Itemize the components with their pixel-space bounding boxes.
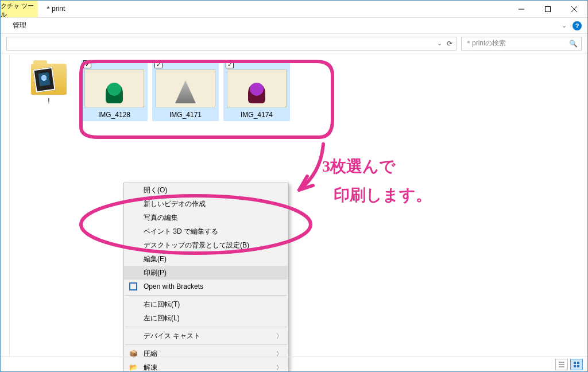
ctx-desktop-background[interactable]: デスクトップの背景として設定(B) bbox=[124, 238, 288, 252]
thumbnail-icon bbox=[156, 69, 215, 107]
chevron-right-icon: 〉 bbox=[276, 332, 283, 340]
ctx-edit-photo[interactable]: 写真の編集 bbox=[124, 211, 288, 224]
ctx-paint3d[interactable]: ペイント 3D で編集する bbox=[124, 224, 288, 238]
image-item-3[interactable]: ✓ IMG_4174 bbox=[223, 60, 290, 121]
manage-tab[interactable]: 管理 bbox=[1, 21, 38, 30]
ctx-label: デスクトップの背景として設定(B) bbox=[144, 241, 249, 250]
details-view-icon bbox=[558, 361, 565, 368]
ctx-label: デバイス キャスト bbox=[144, 331, 200, 341]
svg-rect-5 bbox=[574, 365, 576, 367]
svg-rect-3 bbox=[574, 362, 576, 364]
picture-tools-label: クチャ ツール bbox=[1, 2, 38, 19]
ctx-cast[interactable]: デバイス キャスト〉 bbox=[124, 329, 288, 343]
window-title: ＊print bbox=[38, 1, 508, 17]
address-bar[interactable]: ⌄ ⟳ bbox=[6, 37, 457, 51]
file-label: IMG_4128 bbox=[84, 111, 144, 119]
close-button[interactable] bbox=[561, 1, 587, 17]
thumbnail-icon bbox=[84, 69, 144, 107]
thumbnails-view-icon bbox=[573, 361, 580, 368]
picture-tools-tab[interactable]: クチャ ツール bbox=[1, 1, 38, 17]
svg-rect-6 bbox=[577, 365, 579, 367]
view-thumbnails-button[interactable] bbox=[570, 359, 583, 370]
search-input[interactable]: ＊printの検索 🔍 bbox=[461, 37, 582, 51]
ctx-print[interactable]: 印刷(P) bbox=[124, 266, 288, 280]
ctx-rotate-left[interactable]: 左に回転(L) bbox=[124, 311, 288, 325]
item-row: ! ✓ IMG_4128 ✓ IMG_4171 bbox=[21, 60, 576, 121]
status-bar bbox=[1, 356, 587, 371]
ribbon-row: 管理 ⌄ ? bbox=[1, 18, 587, 34]
ctx-open[interactable]: 開く(O) bbox=[124, 183, 288, 197]
ctx-rotate-right[interactable]: 右に回転(T) bbox=[124, 297, 288, 311]
close-icon bbox=[571, 6, 577, 12]
folder-item[interactable]: ! bbox=[21, 60, 76, 105]
ctx-label: 左に回転(L) bbox=[144, 313, 180, 323]
context-menu: 開く(O) 新しいビデオの作成 写真の編集 ペイント 3D で編集する デスクト… bbox=[123, 183, 289, 372]
view-details-button[interactable] bbox=[555, 359, 568, 370]
ctx-new-video[interactable]: 新しいビデオの作成 bbox=[124, 197, 288, 211]
checkbox-icon[interactable]: ✓ bbox=[83, 60, 91, 68]
ctx-open-with-brackets[interactable]: Open with Brackets bbox=[124, 280, 288, 293]
search-icon: 🔍 bbox=[569, 40, 578, 48]
address-dropdown-icon[interactable]: ⌄ bbox=[437, 40, 442, 47]
svg-rect-1 bbox=[130, 283, 137, 290]
ctx-separator bbox=[125, 327, 287, 327]
file-canvas[interactable]: ! ✓ IMG_4128 ✓ IMG_4171 bbox=[10, 55, 587, 356]
ctx-edit[interactable]: 編集(E) bbox=[124, 252, 288, 266]
maximize-icon bbox=[545, 6, 551, 12]
minimize-icon bbox=[519, 6, 524, 12]
address-row: ⌄ ⟳ ＊printの検索 🔍 bbox=[1, 34, 587, 53]
ribbon-collapse-icon[interactable]: ⌄ bbox=[562, 22, 567, 29]
search-placeholder: ＊printの検索 bbox=[465, 38, 569, 48]
explorer-window: クチャ ツール ＊print 管理 ⌄ ? ⌄ ⟳ ＊p bbox=[0, 0, 588, 372]
titlebar: クチャ ツール ＊print bbox=[1, 1, 587, 18]
file-label: IMG_4174 bbox=[227, 111, 287, 119]
window-buttons bbox=[508, 1, 587, 17]
ctx-label: Open with Brackets bbox=[144, 282, 203, 290]
file-label: IMG_4171 bbox=[156, 111, 215, 119]
ctx-label: 右に回転(T) bbox=[144, 300, 180, 309]
maximize-button[interactable] bbox=[535, 1, 561, 17]
ctx-separator bbox=[125, 295, 287, 296]
ctx-label: ペイント 3D で編集する bbox=[144, 227, 218, 237]
ctx-label: 開く(O) bbox=[144, 185, 167, 195]
thumbnail-icon bbox=[227, 69, 287, 107]
help-icon[interactable]: ? bbox=[572, 21, 582, 30]
image-item-2[interactable]: ✓ IMG_4171 bbox=[152, 60, 219, 121]
ctx-label: 編集(E) bbox=[144, 254, 167, 264]
brackets-icon bbox=[129, 282, 138, 291]
ctx-separator bbox=[125, 344, 287, 345]
checkbox-icon[interactable]: ✓ bbox=[226, 60, 234, 68]
ctx-label: 印刷(P) bbox=[144, 268, 167, 278]
folder-icon bbox=[29, 60, 69, 95]
minimize-button[interactable] bbox=[508, 1, 535, 17]
folder-label: ! bbox=[48, 97, 49, 105]
svg-rect-4 bbox=[577, 362, 579, 364]
checkbox-icon[interactable]: ✓ bbox=[154, 60, 163, 68]
nav-pane-collapsed[interactable] bbox=[1, 55, 10, 356]
ctx-label: 写真の編集 bbox=[144, 213, 178, 223]
image-item-1[interactable]: ✓ IMG_4128 bbox=[81, 60, 148, 121]
svg-rect-0 bbox=[546, 6, 551, 11]
refresh-icon[interactable]: ⟳ bbox=[447, 40, 452, 48]
ctx-label: 新しいビデオの作成 bbox=[144, 199, 206, 209]
content-area: ! ✓ IMG_4128 ✓ IMG_4171 bbox=[1, 55, 587, 356]
